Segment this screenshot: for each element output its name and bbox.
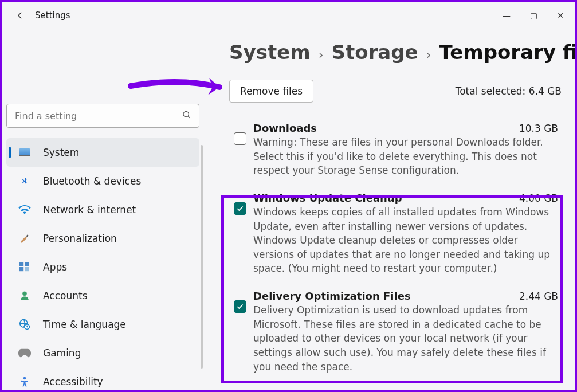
sidebar-item-apps[interactable]: Apps	[6, 253, 199, 281]
file-title: Delivery Optimization Files	[253, 290, 411, 302]
file-size: 10.3 GB	[519, 123, 558, 134]
checkbox-windows-update[interactable]	[234, 202, 246, 215]
svg-point-5	[22, 292, 27, 296]
file-description: Warning: These are files in your persona…	[253, 135, 558, 178]
accessibility-icon	[18, 375, 32, 389]
breadcrumb-system[interactable]: System	[229, 41, 311, 64]
svg-rect-3	[19, 267, 23, 271]
breadcrumb: System › Storage › Temporary files	[229, 41, 562, 64]
sidebar-item-label: Apps	[43, 261, 67, 273]
file-row-delivery-optimization[interactable]: Delivery Optimization Files 2.44 GB Deli…	[229, 284, 562, 382]
main-content: System › Storage › Temporary files Remov…	[204, 29, 575, 390]
file-title: Windows Update Cleanup	[253, 192, 402, 204]
checkbox-downloads[interactable]	[234, 132, 246, 145]
sidebar-item-accounts[interactable]: Accounts	[6, 281, 199, 310]
back-button[interactable]	[9, 10, 32, 21]
sidebar-item-accessibility[interactable]: Accessibility	[6, 367, 199, 392]
checkbox-delivery-optimization[interactable]	[234, 300, 246, 313]
nav-list: System Bluetooth & devices Network & int…	[6, 138, 199, 392]
search-input[interactable]	[6, 104, 199, 128]
window-controls: — ▢ ✕	[503, 11, 568, 19]
sidebar-item-label: Gaming	[43, 347, 81, 359]
person-icon	[18, 289, 32, 303]
action-row: Remove files Total selected: 6.4 GB	[229, 80, 562, 103]
file-size: 2.44 GB	[519, 291, 558, 302]
globe-clock-icon	[18, 317, 32, 331]
sidebar-item-network[interactable]: Network & internet	[6, 195, 199, 224]
page-title: Temporary files	[439, 41, 575, 64]
sidebar-item-label: Network & internet	[43, 204, 136, 215]
svg-point-0	[183, 112, 189, 117]
maximize-button[interactable]: ▢	[530, 11, 537, 19]
sidebar-item-label: Accessibility	[43, 376, 103, 387]
minimize-button[interactable]: —	[503, 11, 511, 19]
wifi-icon	[18, 203, 32, 217]
search-icon	[182, 110, 191, 122]
sidebar-item-label: Time & language	[43, 319, 126, 330]
apps-icon	[18, 260, 32, 274]
breadcrumb-storage[interactable]: Storage	[331, 41, 418, 64]
file-description: Windows keeps copies of all installed up…	[253, 205, 558, 276]
file-description: Delivery Optimization is used to downloa…	[253, 303, 558, 374]
file-list: Downloads 10.3 GB Warning: These are fil…	[229, 116, 562, 382]
sidebar-item-gaming[interactable]: Gaming	[6, 339, 199, 367]
sidebar-item-label: Accounts	[43, 290, 88, 301]
sidebar-item-time[interactable]: Time & language	[6, 310, 199, 339]
file-row-windows-update-cleanup[interactable]: Windows Update Cleanup 4.00 GB Windows k…	[229, 186, 562, 284]
close-button[interactable]: ✕	[557, 11, 564, 19]
sidebar-item-label: Personalization	[43, 233, 117, 244]
sidebar-item-personalization[interactable]: Personalization	[6, 224, 199, 253]
gamepad-icon	[18, 346, 32, 360]
chevron-right-icon: ›	[319, 48, 324, 62]
file-title: Downloads	[253, 122, 317, 134]
titlebar: Settings — ▢ ✕	[2, 2, 575, 29]
display-icon	[18, 146, 32, 159]
search-container	[6, 104, 199, 128]
sidebar-item-label: System	[43, 147, 79, 158]
remove-files-button[interactable]: Remove files	[229, 80, 313, 103]
sidebar-item-system[interactable]: System	[6, 138, 199, 167]
file-size: 4.00 GB	[519, 193, 558, 204]
brush-icon	[18, 232, 32, 245]
sidebar-item-bluetooth[interactable]: Bluetooth & devices	[6, 167, 199, 195]
sidebar-item-label: Bluetooth & devices	[43, 175, 141, 187]
window-title: Settings	[35, 10, 70, 21]
sidebar-scrollbar[interactable]	[201, 145, 203, 369]
svg-rect-4	[25, 267, 29, 271]
svg-rect-1	[19, 262, 23, 266]
sidebar: System Bluetooth & devices Network & int…	[2, 29, 204, 390]
svg-rect-2	[25, 262, 29, 266]
file-row-downloads[interactable]: Downloads 10.3 GB Warning: These are fil…	[229, 116, 562, 186]
svg-point-8	[23, 377, 26, 380]
chevron-right-icon: ›	[426, 48, 431, 62]
bluetooth-icon	[18, 174, 32, 188]
total-selected-text: Total selected: 6.4 GB	[456, 85, 562, 97]
